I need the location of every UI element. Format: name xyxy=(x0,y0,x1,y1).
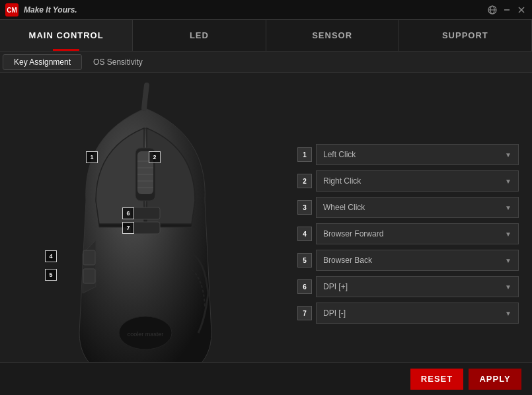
chevron-down-icon-5: ▼ xyxy=(505,257,512,264)
svg-rect-18 xyxy=(83,250,95,265)
assignment-row-3: 3 Wheel Click ▼ xyxy=(297,197,519,218)
mouse-area: cooler master 1 2 6 7 4 5 xyxy=(0,73,291,395)
mouse-label-5: 5 xyxy=(45,269,57,281)
mouse-label-2: 2 xyxy=(149,151,161,163)
svg-text:CM: CM xyxy=(7,7,17,14)
dropdown-5[interactable]: Browser Back ▼ xyxy=(316,250,519,271)
dropdown-7[interactable]: DPI [-] ▼ xyxy=(316,303,519,324)
btn-num-4: 4 xyxy=(297,227,312,241)
mouse-label-4: 4 xyxy=(45,250,57,262)
chevron-down-icon-7: ▼ xyxy=(505,310,512,317)
main-tabs: MAIN CONTROL LED SENSOR SUPPORT xyxy=(0,20,532,52)
tab-sensor[interactable]: SENSOR xyxy=(266,20,399,51)
close-button[interactable] xyxy=(516,5,527,15)
dropdown-4[interactable]: Browser Forward ▼ xyxy=(316,223,519,244)
subtab-key-assignment[interactable]: Key Assignment xyxy=(3,54,82,70)
mouse-label-1: 1 xyxy=(86,151,98,163)
assignment-row-7: 7 DPI [-] ▼ xyxy=(297,303,519,324)
subtabs: Key Assignment OS Sensitivity xyxy=(0,52,532,73)
svg-rect-19 xyxy=(83,269,95,283)
tab-support[interactable]: SUPPORT xyxy=(399,20,532,51)
chevron-down-icon-4: ▼ xyxy=(505,231,512,238)
svg-rect-16 xyxy=(131,207,160,219)
mouse-diagram: cooler master 1 2 6 7 4 5 xyxy=(20,82,271,373)
btn-num-7: 7 xyxy=(297,306,312,320)
chevron-down-icon-3: ▼ xyxy=(505,204,512,211)
assignment-row-2: 2 Right Click ▼ xyxy=(297,170,519,192)
svg-text:cooler master: cooler master xyxy=(128,331,164,338)
assignment-row-1: 1 Left Click ▼ xyxy=(297,144,519,165)
btn-num-2: 2 xyxy=(297,174,312,188)
window-controls xyxy=(487,5,527,15)
app-logo: CM xyxy=(5,3,19,17)
btn-num-1: 1 xyxy=(297,147,312,162)
tab-led[interactable]: LED xyxy=(133,20,266,51)
dropdown-3[interactable]: Wheel Click ▼ xyxy=(316,197,519,218)
mouse-label-7: 7 xyxy=(122,222,134,234)
subtab-os-sensitivity[interactable]: OS Sensitivity xyxy=(82,54,154,70)
key-assignment-panel: 1 Left Click ▼ 2 Right Click ▼ 3 Wheel C… xyxy=(291,73,532,395)
chevron-down-icon-6: ▼ xyxy=(505,283,512,291)
dropdown-6[interactable]: DPI [+] ▼ xyxy=(316,276,519,297)
main-content: cooler master 1 2 6 7 4 5 1 Left Click ▼ xyxy=(0,73,532,395)
app-title: Make It Yours. xyxy=(24,5,487,15)
tab-main-control[interactable]: MAIN CONTROL xyxy=(0,20,133,51)
dropdown-2[interactable]: Right Click ▼ xyxy=(316,170,519,192)
dropdown-1[interactable]: Left Click ▼ xyxy=(316,144,519,165)
assignment-row-5: 5 Browser Back ▼ xyxy=(297,250,519,271)
svg-rect-17 xyxy=(131,222,160,234)
bottom-bar: RESET APPLY xyxy=(0,362,532,395)
chevron-down-icon-2: ▼ xyxy=(505,178,512,185)
btn-num-6: 6 xyxy=(297,279,312,294)
assignment-row-6: 6 DPI [+] ▼ xyxy=(297,276,519,297)
minimize-button[interactable] xyxy=(502,5,512,15)
btn-num-5: 5 xyxy=(297,253,312,268)
apply-button[interactable]: APPLY xyxy=(469,369,521,390)
titlebar: CM Make It Yours. xyxy=(0,0,532,20)
mouse-label-6: 6 xyxy=(122,207,134,219)
btn-num-3: 3 xyxy=(297,200,312,215)
chevron-down-icon-1: ▼ xyxy=(505,151,512,159)
reset-button[interactable]: RESET xyxy=(410,369,463,390)
assignment-row-4: 4 Browser Forward ▼ xyxy=(297,223,519,244)
globe-button[interactable] xyxy=(487,5,498,15)
